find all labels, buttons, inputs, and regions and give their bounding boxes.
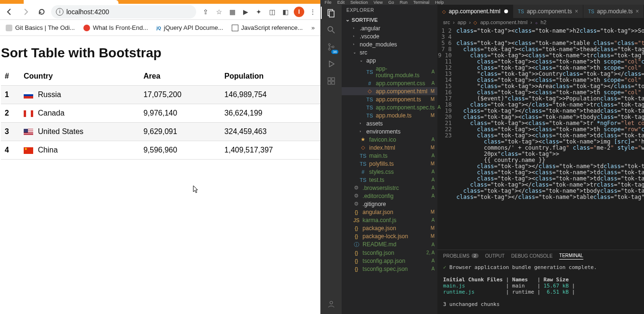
- file-app.component.ts[interactable]: TSapp.component.tsM: [342, 95, 437, 103]
- back-button[interactable]: [3, 5, 16, 18]
- panel-tab-debug[interactable]: DEBUG CONSOLE: [511, 253, 553, 260]
- file-app[interactable]: ⌄app: [342, 56, 437, 64]
- file-tsconfig.app.json[interactable]: {}tsconfig.app.jsonA: [342, 257, 437, 265]
- file-main.ts[interactable]: TSmain.tsA: [342, 152, 437, 160]
- flag-icon: [24, 92, 33, 99]
- terminal-output[interactable]: ✓ Browser application bundle generation …: [437, 262, 644, 314]
- file-index.html[interactable]: ◇index.htmlM: [342, 144, 437, 152]
- file-README.md[interactable]: ⓘREADME.mdA: [342, 240, 437, 249]
- flag-icon: [24, 110, 33, 117]
- file-.vscode[interactable]: ›.vscode: [342, 32, 437, 40]
- file-package-lock.json[interactable]: {}package-lock.jsonM: [342, 232, 437, 240]
- file-karma.conf.js[interactable]: JSkarma.conf.jsA: [342, 216, 437, 224]
- svg-point-4: [328, 44, 330, 45]
- svg-rect-10: [332, 81, 335, 84]
- bookmark-mdn[interactable]: JavaScript reference...: [232, 24, 303, 31]
- flag-icon: [24, 147, 33, 154]
- file-assets[interactable]: ›assets: [342, 119, 437, 127]
- browser-toolbar: i localhost:4200 ⇪ ☆ ▦ ▶ ✦ ◫ ◧ I ⋮: [0, 4, 320, 20]
- account-icon[interactable]: [325, 298, 337, 310]
- col-population[interactable]: Population: [221, 67, 321, 86]
- file-app.component.spec.ts[interactable]: TSapp.component.spec.tsA: [342, 103, 437, 111]
- forward-button[interactable]: [19, 5, 32, 18]
- col-country[interactable]: Country: [20, 67, 140, 86]
- editor-tab[interactable]: TSapp.component.ts×: [513, 5, 583, 18]
- vscode-menubar[interactable]: FileEditSelectionViewGoRunTerminalHelp ─…: [321, 0, 644, 5]
- url-text: localhost:4200: [66, 8, 109, 16]
- file-favicon.ico[interactable]: ★favicon.icoA: [342, 135, 437, 144]
- countries-table: # Country Area Population 1 Russia 17,07…: [1, 67, 320, 160]
- bottom-panel: PROBLEMS2 OUTPUT DEBUG CONSOLE TERMINAL …: [437, 250, 644, 314]
- file-tsconfig.json[interactable]: {}tsconfig.json2, A: [342, 249, 437, 257]
- panel-tabs: PROBLEMS2 OUTPUT DEBUG CONSOLE TERMINAL …: [437, 250, 644, 262]
- browser-tab[interactable]: [24, 0, 118, 4]
- ext3-icon[interactable]: ◫: [267, 7, 277, 17]
- file-tsconfig.spec.json[interactable]: {}tsconfig.spec.jsonA: [342, 265, 437, 273]
- file-app.module.ts[interactable]: TSapp.module.tsM: [342, 111, 437, 119]
- svg-point-5: [328, 48, 330, 50]
- svg-point-2: [328, 27, 333, 31]
- file-angular.json[interactable]: {}angular.jsonM: [342, 208, 437, 216]
- file-package.json[interactable]: {}package.jsonM: [342, 224, 437, 232]
- bookmark-jquery[interactable]: jQjQuery API Docume...: [156, 24, 223, 31]
- file-environments[interactable]: ›environments: [342, 127, 437, 135]
- editor-area: ◇app.component.htmlTSapp.component.ts×TS…: [437, 5, 644, 314]
- reload-button[interactable]: [35, 5, 48, 18]
- debug-icon[interactable]: [325, 58, 337, 70]
- bookmark-overflow-icon[interactable]: »: [311, 24, 315, 31]
- file-.gitignore[interactable]: ⚙.gitignore: [342, 200, 437, 208]
- bookmark-frontend[interactable]: What Is Front-End...: [83, 24, 148, 31]
- menu-icon[interactable]: ⋮: [308, 7, 317, 17]
- svg-rect-9: [328, 81, 331, 84]
- search-icon[interactable]: [325, 24, 337, 36]
- extensions-icon[interactable]: [325, 75, 337, 87]
- star-icon[interactable]: ☆: [214, 7, 224, 17]
- breadcrumbs[interactable]: src › app › ◇ app.component.html › ⬦ h2: [437, 18, 644, 27]
- browser-window: i localhost:4200 ⇪ ☆ ▦ ▶ ✦ ◫ ◧ I ⋮ Git B…: [0, 0, 321, 314]
- page-heading: Sort Table with Bootstrap: [1, 45, 320, 61]
- extensions-icon[interactable]: ✦: [254, 7, 263, 17]
- scm-badge: 36: [331, 50, 338, 54]
- col-area[interactable]: Area: [140, 67, 221, 86]
- table-row: 1 Russia 17,075,200146,989,754: [1, 86, 320, 104]
- file-app.component.css[interactable]: #app.component.cssA: [342, 79, 437, 87]
- project-root[interactable]: ⌄SORTFIVE: [342, 15, 437, 24]
- explorer-sidebar: EXPLORER ⌄SORTFIVE ›.angular›.vscode›nod…: [342, 5, 437, 314]
- tab-strip: [0, 0, 320, 4]
- file-src[interactable]: ⌄src: [342, 48, 437, 56]
- profile-avatar[interactable]: I: [294, 7, 304, 17]
- explorer-title: EXPLORER: [342, 5, 437, 15]
- file-test.ts[interactable]: TStest.tsA: [342, 176, 437, 184]
- explorer-icon[interactable]: [325, 7, 337, 19]
- file-.browserslistrc[interactable]: ⚙.browserslistrcA: [342, 184, 437, 192]
- address-bar[interactable]: i localhost:4200: [51, 5, 196, 18]
- file-.angular[interactable]: ›.angular: [342, 24, 437, 32]
- panel-tab-problems[interactable]: PROBLEMS2: [443, 253, 479, 260]
- panel-tab-terminal[interactable]: TERMINAL: [559, 253, 583, 260]
- table-row: 3 United States 9,629,091324,459,463: [1, 123, 320, 141]
- code-editor[interactable]: 1 2 3 4 5 6 7 8 9 10 11 12 13 14 15 16 1…: [437, 27, 644, 250]
- bookmark-git[interactable]: Git Basics | The Odi...: [6, 24, 75, 31]
- file-polyfills.ts[interactable]: TSpolyfills.tsM: [342, 160, 437, 168]
- flag-icon: [24, 129, 33, 135]
- sidepanel-icon[interactable]: ◧: [281, 7, 290, 17]
- file-node_modules[interactable]: ›node_modules: [342, 40, 437, 48]
- svg-point-6: [332, 46, 334, 48]
- ext2-icon[interactable]: ▶: [241, 7, 250, 17]
- share-icon[interactable]: ⇪: [201, 7, 210, 17]
- site-info-icon[interactable]: i: [56, 8, 63, 16]
- scm-icon[interactable]: 36: [325, 41, 337, 53]
- editor-tabs: ◇app.component.htmlTSapp.component.ts×TS…: [437, 5, 644, 18]
- file-app-routing.module.ts[interactable]: TSapp-routing.module.tsA: [342, 64, 437, 79]
- ext1-icon[interactable]: ▦: [227, 7, 237, 17]
- svg-rect-7: [328, 78, 331, 81]
- activity-bar: 36: [321, 5, 342, 314]
- panel-tab-output[interactable]: OUTPUT: [485, 253, 505, 260]
- file-.editorconfig[interactable]: ⚙.editorconfigA: [342, 192, 437, 200]
- col-index[interactable]: #: [1, 67, 20, 86]
- editor-tab[interactable]: ◇app.component.html: [437, 5, 513, 18]
- editor-tab[interactable]: TSapp.module.ts×: [583, 5, 644, 18]
- file-app.component.html[interactable]: ◇app.component.htmlM: [342, 87, 437, 95]
- bookmarks-bar: Git Basics | The Odi... What Is Front-En…: [0, 20, 320, 36]
- file-styles.css[interactable]: #styles.cssA: [342, 168, 437, 176]
